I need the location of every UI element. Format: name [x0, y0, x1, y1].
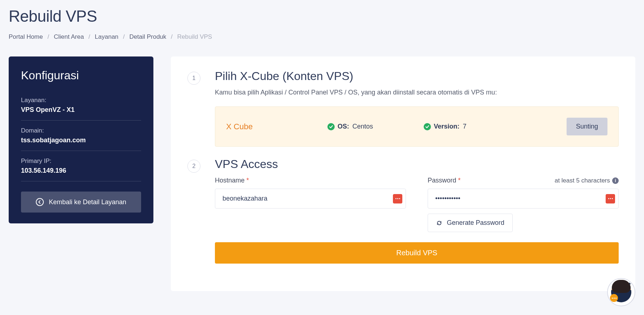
main-panel: 1 Pilih X-Cube (Konten VPS) Kamu bisa pi…: [171, 56, 635, 291]
password-label: Password *: [428, 177, 461, 184]
breadcrumb-separator: /: [123, 33, 125, 40]
sunting-button[interactable]: Sunting: [567, 118, 607, 135]
back-button-label: Kembali ke Detail Layanan: [49, 198, 126, 206]
sidebar-row-domain: Domain: tss.sobatjagoan.com: [21, 127, 141, 151]
hostname-input[interactable]: [215, 189, 406, 209]
arrow-left-icon: [36, 198, 44, 206]
domain-label: Domain:: [21, 127, 141, 134]
required-marker: *: [246, 177, 249, 184]
step-2: 2 VPS Access Hostname *: [187, 158, 619, 264]
service-label: Layanan:: [21, 97, 141, 104]
breadcrumb-separator: /: [171, 33, 173, 40]
chat-bubble-icon: [610, 294, 618, 302]
generate-password-label: Generate Password: [447, 219, 504, 227]
chat-widget[interactable]: ✦: [607, 278, 635, 306]
breadcrumb-separator: /: [47, 33, 49, 40]
breadcrumb-link-detail[interactable]: Detail Produk: [130, 33, 166, 40]
step-1-number: 1: [187, 72, 200, 85]
sidebar-row-ip: Primary IP: 103.56.149.196: [21, 158, 141, 181]
xcube-selection-panel: X Cube OS: Centos Version: 7: [215, 106, 619, 147]
check-icon: [327, 123, 335, 130]
input-status-icon: [606, 194, 615, 203]
page-title: Rebuild VPS: [9, 7, 635, 25]
sidebar-row-service: Layanan: VPS OpenVZ - X1: [21, 97, 141, 121]
breadcrumb-link-home[interactable]: Portal Home: [9, 33, 43, 40]
input-status-icon: [393, 194, 402, 203]
step-2-number: 2: [187, 160, 200, 173]
password-hint: at least 5 characters i: [555, 177, 619, 184]
refresh-icon: [436, 220, 442, 226]
hostname-label: Hostname *: [215, 177, 406, 184]
check-icon: [424, 123, 431, 130]
hostname-field-group: Hostname *: [215, 177, 406, 232]
domain-value: tss.sobatjagoan.com: [21, 136, 141, 144]
sidebar-title: Konfigurasi: [21, 69, 141, 82]
config-sidebar: Konfigurasi Layanan: VPS OpenVZ - X1 Dom…: [9, 56, 153, 223]
xcube-name: X Cube: [226, 122, 313, 131]
service-value: VPS OpenVZ - X1: [21, 106, 141, 114]
password-field-group: Password * at least 5 characters i: [428, 177, 619, 232]
version-label: Version:: [434, 123, 459, 130]
os-label: OS:: [338, 123, 349, 130]
step-1: 1 Pilih X-Cube (Konten VPS) Kamu bisa pi…: [187, 70, 619, 147]
breadcrumb-separator: /: [89, 33, 90, 40]
info-icon[interactable]: i: [612, 177, 619, 184]
generate-password-button[interactable]: Generate Password: [428, 214, 513, 232]
os-value: Centos: [352, 123, 373, 130]
breadcrumb-current: Rebuild VPS: [177, 33, 212, 40]
version-value: 7: [463, 123, 466, 130]
breadcrumb: Portal Home / Client Area / Layanan / De…: [9, 33, 635, 41]
step-2-title: VPS Access: [215, 158, 619, 171]
rebuild-button[interactable]: Rebuild VPS: [215, 242, 619, 264]
ip-value: 103.56.149.196: [21, 167, 141, 175]
back-button[interactable]: Kembali ke Detail Layanan: [21, 192, 141, 213]
breadcrumb-link-client[interactable]: Client Area: [54, 33, 84, 40]
breadcrumb-link-layanan[interactable]: Layanan: [95, 33, 118, 40]
required-marker: *: [458, 177, 461, 184]
ip-label: Primary IP:: [21, 158, 141, 165]
step-1-title: Pilih X-Cube (Konten VPS): [215, 70, 619, 83]
xcube-os: OS: Centos: [327, 123, 373, 130]
password-input[interactable]: [428, 189, 619, 209]
xcube-version: Version: 7: [424, 123, 466, 130]
step-1-description: Kamu bisa pilih Aplikasi / Control Panel…: [215, 89, 619, 96]
